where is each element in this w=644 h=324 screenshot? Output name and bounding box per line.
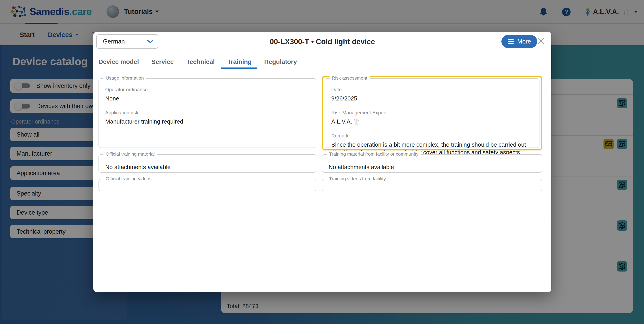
section-legend: Usage information [104,75,146,81]
field-date: Date 9/26/2025 [331,87,533,102]
section-legend: Official training videos [104,176,154,181]
field-label: Risk Management Expert [331,110,533,116]
close-icon [537,37,545,45]
lab-coat-icon [354,119,359,125]
official-training-videos-section: Official training videos [98,179,316,191]
modal-title: 00-LX300-T • Cold light device [93,38,551,46]
risk-assessment-highlight: Risk assessment Date 9/26/2025 Risk Mana… [322,76,542,150]
modal-tabs: Device model Service Technical Training … [93,55,303,69]
tab-label: Service [152,58,174,65]
section-legend: Training material from facility or commu… [327,151,421,157]
tabs-divider [93,69,551,69]
tab-label: Device model [98,58,139,65]
tab-technical[interactable]: Technical [180,55,220,69]
community-training-material-section: Training material from facility or commu… [322,154,542,173]
tab-regulatory[interactable]: Regulatory [258,55,303,69]
tab-label: Technical [186,58,215,65]
no-attachments-text: No attachments available [105,163,310,171]
field-application-risk: Application risk Manufacturer training r… [105,110,310,125]
field-value: A.L.V.A. [331,118,533,125]
official-training-material-section: Official training material No attachment… [98,154,316,173]
field-value: Manufacturer training required [105,118,310,125]
usage-information-section: Usage information Operator ordinance Non… [98,78,316,148]
field-label: Date [331,87,533,93]
field-value: None [105,95,310,102]
tab-device-model[interactable]: Device model [93,55,145,69]
risk-assessment-section: Risk assessment Date 9/26/2025 Risk Mana… [324,78,540,148]
tab-training[interactable]: Training [222,55,258,69]
no-attachments-text: No attachments available [328,163,536,171]
section-legend: Official training material [104,151,157,157]
menu-icon [508,39,514,44]
field-risk-management-expert: Risk Management Expert A.L.V.A. [331,110,533,125]
device-detail-modal: German 00-LX300-T • Cold light device Mo… [93,32,551,292]
close-button[interactable] [536,37,546,46]
more-button[interactable]: More [502,35,537,48]
tab-service[interactable]: Service [146,55,180,69]
section-legend: Training videos from facility [327,176,388,181]
section-legend: Risk assessment [330,75,370,81]
tab-label: Training [227,58,252,65]
field-label: Remark [331,133,533,139]
field-label: Operator ordinance [105,87,310,93]
tab-label: Regulatory [264,58,297,65]
more-button-label: More [517,38,531,45]
facility-training-videos-section: Training videos from facility [322,179,542,191]
field-label: Application risk [105,110,310,116]
field-operator-ordinance: Operator ordinance None [105,87,310,102]
field-value: 9/26/2025 [331,95,533,102]
expert-name: A.L.V.A. [331,118,352,125]
app-window: Samedis.care Tutorials ? A.L.V.A. [0,0,644,324]
